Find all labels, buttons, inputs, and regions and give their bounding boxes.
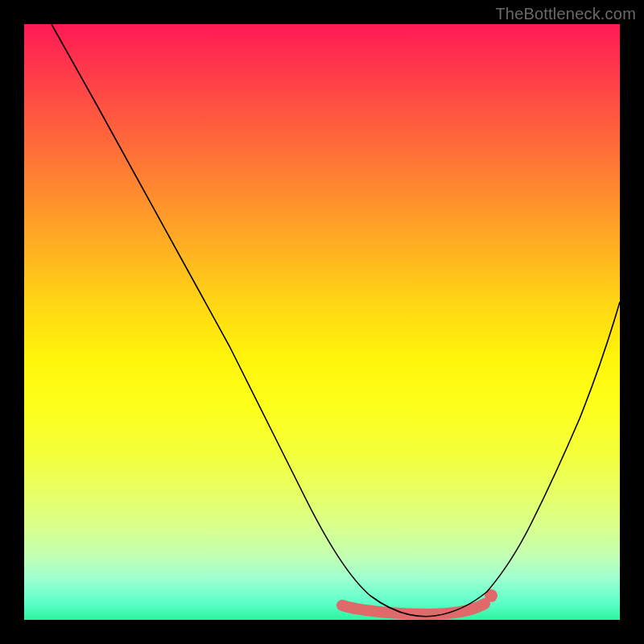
bottleneck-curve — [52, 24, 620, 617]
chart-frame: TheBottleneck.com — [0, 0, 644, 644]
optimal-range-band — [342, 604, 485, 614]
curve-svg — [24, 24, 620, 620]
optimal-range-end-dot — [485, 589, 497, 602]
watermark-text: TheBottleneck.com — [495, 5, 636, 23]
plot-area — [24, 24, 620, 620]
